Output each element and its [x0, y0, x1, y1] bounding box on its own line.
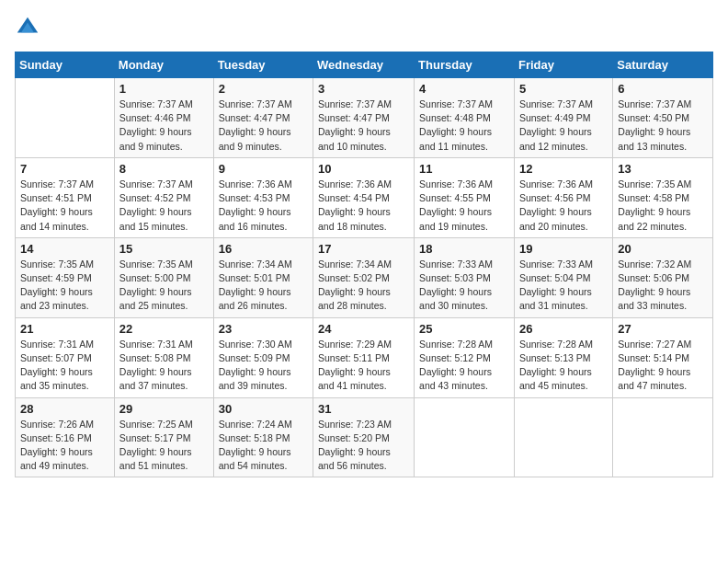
- calendar-cell: 3Sunrise: 7:37 AMSunset: 4:47 PMDaylight…: [313, 78, 415, 158]
- calendar-cell: 9Sunrise: 7:36 AMSunset: 4:53 PMDaylight…: [213, 157, 313, 237]
- col-header-wednesday: Wednesday: [313, 52, 415, 78]
- calendar-cell: 31Sunrise: 7:23 AMSunset: 5:20 PMDayligh…: [313, 397, 415, 477]
- day-number: 7: [20, 162, 109, 176]
- day-info: Sunrise: 7:37 AMSunset: 4:52 PMDaylight:…: [119, 178, 209, 234]
- col-header-sunday: Sunday: [16, 52, 115, 78]
- day-number: 29: [119, 402, 209, 416]
- calendar-cell: 16Sunrise: 7:34 AMSunset: 5:01 PMDayligh…: [213, 237, 313, 317]
- calendar-cell: 29Sunrise: 7:25 AMSunset: 5:17 PMDayligh…: [114, 397, 213, 477]
- day-number: 3: [318, 82, 409, 96]
- day-info: Sunrise: 7:27 AMSunset: 5:14 PMDaylight:…: [618, 338, 708, 394]
- day-info: Sunrise: 7:28 AMSunset: 5:13 PMDaylight:…: [519, 338, 608, 394]
- calendar-cell: 11Sunrise: 7:36 AMSunset: 4:55 PMDayligh…: [415, 157, 515, 237]
- day-number: 19: [519, 242, 608, 256]
- day-info: Sunrise: 7:32 AMSunset: 5:06 PMDaylight:…: [618, 258, 708, 314]
- calendar-cell: 30Sunrise: 7:24 AMSunset: 5:18 PMDayligh…: [213, 397, 313, 477]
- day-info: Sunrise: 7:36 AMSunset: 4:55 PMDaylight:…: [419, 178, 509, 234]
- page-header: [15, 15, 713, 40]
- day-number: 8: [119, 162, 209, 176]
- day-info: Sunrise: 7:29 AMSunset: 5:11 PMDaylight:…: [318, 338, 409, 394]
- day-number: 31: [318, 402, 409, 416]
- calendar-cell: 21Sunrise: 7:31 AMSunset: 5:07 PMDayligh…: [16, 317, 115, 397]
- calendar-cell: 14Sunrise: 7:35 AMSunset: 4:59 PMDayligh…: [16, 237, 115, 317]
- col-header-friday: Friday: [514, 52, 612, 78]
- day-number: 22: [119, 322, 209, 336]
- day-info: Sunrise: 7:33 AMSunset: 5:03 PMDaylight:…: [419, 258, 509, 314]
- day-number: 10: [318, 162, 409, 176]
- day-info: Sunrise: 7:37 AMSunset: 4:48 PMDaylight:…: [419, 98, 509, 154]
- calendar-cell: 4Sunrise: 7:37 AMSunset: 4:48 PMDaylight…: [415, 78, 515, 158]
- calendar-cell: 20Sunrise: 7:32 AMSunset: 5:06 PMDayligh…: [613, 237, 713, 317]
- col-header-saturday: Saturday: [613, 52, 713, 78]
- calendar-cell: [613, 397, 713, 477]
- day-number: 26: [519, 322, 608, 336]
- day-number: 12: [519, 162, 608, 176]
- day-number: 14: [20, 242, 109, 256]
- day-info: Sunrise: 7:37 AMSunset: 4:46 PMDaylight:…: [119, 98, 209, 154]
- calendar-cell: 23Sunrise: 7:30 AMSunset: 5:09 PMDayligh…: [213, 317, 313, 397]
- day-number: 1: [119, 82, 209, 96]
- calendar-table: SundayMondayTuesdayWednesdayThursdayFrid…: [15, 52, 713, 477]
- calendar-cell: [415, 397, 515, 477]
- col-header-monday: Monday: [114, 52, 213, 78]
- day-info: Sunrise: 7:28 AMSunset: 5:12 PMDaylight:…: [419, 338, 509, 394]
- day-number: 28: [20, 402, 109, 416]
- calendar-cell: 2Sunrise: 7:37 AMSunset: 4:47 PMDaylight…: [213, 78, 313, 158]
- day-number: 25: [419, 322, 509, 336]
- day-info: Sunrise: 7:30 AMSunset: 5:09 PMDaylight:…: [219, 338, 308, 394]
- day-number: 9: [219, 162, 308, 176]
- calendar-cell: 13Sunrise: 7:35 AMSunset: 4:58 PMDayligh…: [613, 157, 713, 237]
- day-info: Sunrise: 7:36 AMSunset: 4:56 PMDaylight:…: [519, 178, 608, 234]
- calendar-cell: 26Sunrise: 7:28 AMSunset: 5:13 PMDayligh…: [514, 317, 612, 397]
- day-info: Sunrise: 7:37 AMSunset: 4:47 PMDaylight:…: [219, 98, 308, 154]
- day-info: Sunrise: 7:23 AMSunset: 5:20 PMDaylight:…: [318, 418, 409, 474]
- day-number: 11: [419, 162, 509, 176]
- calendar-cell: 19Sunrise: 7:33 AMSunset: 5:04 PMDayligh…: [514, 237, 612, 317]
- day-number: 21: [20, 322, 109, 336]
- calendar-cell: 5Sunrise: 7:37 AMSunset: 4:49 PMDaylight…: [514, 78, 612, 158]
- day-number: 6: [618, 82, 708, 96]
- day-info: Sunrise: 7:31 AMSunset: 5:07 PMDaylight:…: [20, 338, 109, 394]
- calendar-cell: 25Sunrise: 7:28 AMSunset: 5:12 PMDayligh…: [415, 317, 515, 397]
- calendar-cell: 7Sunrise: 7:37 AMSunset: 4:51 PMDaylight…: [16, 157, 115, 237]
- calendar-cell: [16, 78, 115, 158]
- day-info: Sunrise: 7:34 AMSunset: 5:02 PMDaylight:…: [318, 258, 409, 314]
- day-number: 27: [618, 322, 708, 336]
- logo: [15, 15, 44, 40]
- calendar-cell: 18Sunrise: 7:33 AMSunset: 5:03 PMDayligh…: [415, 237, 515, 317]
- day-info: Sunrise: 7:37 AMSunset: 4:47 PMDaylight:…: [318, 98, 409, 154]
- day-info: Sunrise: 7:35 AMSunset: 5:00 PMDaylight:…: [119, 258, 209, 314]
- day-number: 5: [519, 82, 608, 96]
- day-number: 17: [318, 242, 409, 256]
- col-header-thursday: Thursday: [415, 52, 515, 78]
- day-number: 18: [419, 242, 509, 256]
- calendar-cell: 1Sunrise: 7:37 AMSunset: 4:46 PMDaylight…: [114, 78, 213, 158]
- day-info: Sunrise: 7:31 AMSunset: 5:08 PMDaylight:…: [119, 338, 209, 394]
- day-number: 4: [419, 82, 509, 96]
- day-number: 24: [318, 322, 409, 336]
- day-info: Sunrise: 7:25 AMSunset: 5:17 PMDaylight:…: [119, 418, 209, 474]
- calendar-cell: 17Sunrise: 7:34 AMSunset: 5:02 PMDayligh…: [313, 237, 415, 317]
- day-info: Sunrise: 7:36 AMSunset: 4:54 PMDaylight:…: [318, 178, 409, 234]
- calendar-cell: 12Sunrise: 7:36 AMSunset: 4:56 PMDayligh…: [514, 157, 612, 237]
- day-number: 13: [618, 162, 708, 176]
- day-info: Sunrise: 7:34 AMSunset: 5:01 PMDaylight:…: [219, 258, 308, 314]
- logo-icon: [15, 15, 40, 40]
- calendar-cell: 8Sunrise: 7:37 AMSunset: 4:52 PMDaylight…: [114, 157, 213, 237]
- day-number: 15: [119, 242, 209, 256]
- day-info: Sunrise: 7:37 AMSunset: 4:49 PMDaylight:…: [519, 98, 608, 154]
- day-number: 2: [219, 82, 308, 96]
- day-number: 16: [219, 242, 308, 256]
- col-header-tuesday: Tuesday: [213, 52, 313, 78]
- day-info: Sunrise: 7:33 AMSunset: 5:04 PMDaylight:…: [519, 258, 608, 314]
- calendar-cell: 27Sunrise: 7:27 AMSunset: 5:14 PMDayligh…: [613, 317, 713, 397]
- day-number: 23: [219, 322, 308, 336]
- calendar-cell: 28Sunrise: 7:26 AMSunset: 5:16 PMDayligh…: [16, 397, 115, 477]
- day-info: Sunrise: 7:24 AMSunset: 5:18 PMDaylight:…: [219, 418, 308, 474]
- calendar-cell: 22Sunrise: 7:31 AMSunset: 5:08 PMDayligh…: [114, 317, 213, 397]
- day-info: Sunrise: 7:37 AMSunset: 4:51 PMDaylight:…: [20, 178, 109, 234]
- day-number: 30: [219, 402, 308, 416]
- day-number: 20: [618, 242, 708, 256]
- calendar-cell: [514, 397, 612, 477]
- day-info: Sunrise: 7:35 AMSunset: 4:59 PMDaylight:…: [20, 258, 109, 314]
